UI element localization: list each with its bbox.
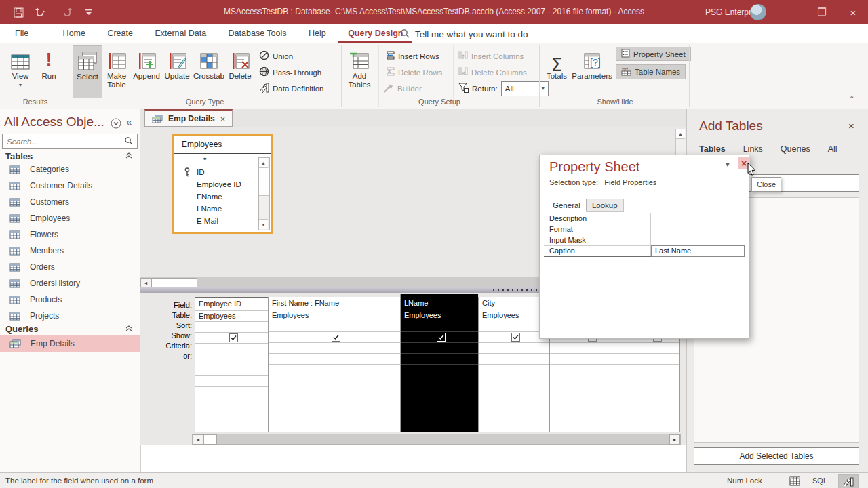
table-names-toggle[interactable]: xyz Table Names [616,64,686,79]
tab-database-tools[interactable]: Database Tools [219,24,296,43]
crosstab-button[interactable]: Crosstab [193,45,225,97]
table-cell[interactable]: Employees [269,310,400,321]
append-button[interactable]: Append [132,45,161,97]
sidebar-item-ordershistory[interactable]: OrdersHistory [0,275,140,291]
sidebar-item-members[interactable]: Members [0,243,140,259]
search-icon[interactable] [124,136,133,148]
avatar[interactable] [750,4,766,20]
criteria-cell[interactable] [479,343,549,354]
tab-all[interactable]: All [828,144,837,158]
tables-group-header[interactable]: Tables [5,151,33,161]
sidebar-item-flowers[interactable]: Flowers [0,226,140,243]
union-button[interactable]: Union [259,49,293,63]
delete-columns-button[interactable]: Delete Columns [458,65,527,79]
nav-search-input[interactable] [3,138,124,146]
field-item-email[interactable]: E Mail [174,215,271,227]
sort-cell[interactable] [269,321,400,332]
field-item-fname[interactable]: FName [174,190,271,203]
add-selected-tables-button[interactable]: Add Selected Tables [694,447,859,465]
sidebar-item-emp-details[interactable]: Emp Details [0,336,140,352]
sidebar-item-products[interactable]: Products [0,291,140,308]
field-item-id[interactable]: ID [174,166,271,178]
property-row-description[interactable]: Description [544,214,745,224]
or-cell[interactable] [269,354,400,365]
caption-value-cell[interactable]: Last Name [651,245,745,257]
pass-through-button[interactable]: Pass-Through [259,65,321,79]
show-checkbox[interactable] [511,333,520,342]
sidebar-item-customers[interactable]: Customers [0,194,140,210]
make-table-button[interactable]: Make Table [103,45,130,97]
close-tab-icon[interactable]: × [220,114,226,124]
shutter-bar-icon[interactable]: « [126,116,132,127]
tab-queries[interactable]: Queries [781,144,810,158]
sort-cell[interactable] [401,321,478,332]
builder-button[interactable]: Builder [384,81,422,96]
tab-help[interactable]: Help [299,24,336,43]
data-definition-button[interactable]: Data Definition [259,81,323,96]
property-row-input-mask[interactable]: Input Mask [544,235,745,246]
sidebar-item-categories[interactable]: Categories [0,161,140,178]
scroll-right-icon[interactable]: ► [669,434,680,445]
field-list-scrollbar[interactable]: ▲ ▼ [258,157,270,230]
delete-rows-button[interactable]: Delete Rows [384,65,442,79]
show-checkbox[interactable] [437,333,446,342]
show-cell[interactable] [401,332,478,343]
nav-search-box[interactable] [2,134,138,149]
scroll-left-icon[interactable]: ◄ [140,278,151,288]
insert-rows-button[interactable]: Insert Rows [384,49,439,63]
field-cell[interactable]: Employee ID [195,298,268,311]
property-sheet-toggle[interactable]: Property Sheet [616,47,691,61]
scroll-down-icon[interactable]: ▼ [259,219,268,229]
scrollbar-thumb[interactable] [203,434,217,445]
return-dropdown[interactable]: All ▾ [501,81,549,96]
property-sheet-dropdown-icon[interactable]: ▼ [724,161,731,168]
show-cell[interactable] [195,333,268,344]
minimize-button[interactable]: — [777,0,807,24]
sidebar-item-orders[interactable]: Orders [0,259,140,275]
or-cell[interactable] [401,354,478,365]
scroll-left-icon[interactable]: ◄ [193,434,203,445]
field-item-star[interactable]: * [174,154,271,166]
show-checkbox[interactable] [332,333,340,342]
tell-me-search[interactable]: Tell me what you want to do [400,24,528,43]
sidebar-item-employees[interactable]: Employees [0,210,140,226]
document-tab-emp-details[interactable]: Emp Details × [144,109,233,127]
queries-group-header[interactable]: Queries [5,324,38,334]
parameters-button[interactable]: [?] Parameters [573,45,611,97]
totals-button[interactable]: Σ Totals [543,45,570,97]
delete-query-button[interactable]: Delete [226,45,254,97]
employees-field-list[interactable]: Employees * ID Employee ID FName LName E… [172,134,273,234]
field-cell[interactable]: LName [401,294,478,310]
run-button[interactable]: ! Run [37,45,61,97]
show-cell[interactable] [269,332,400,343]
datasheet-view-button[interactable] [785,474,804,487]
grid-column-employee-id[interactable]: Employee ID Employees [195,297,268,432]
tab-home[interactable]: Home [54,24,95,43]
grid-column-first-name[interactable]: First Name : FName Employees [268,297,400,432]
table-cell[interactable]: Employees [401,310,478,321]
scrollbar-thumb[interactable] [151,278,197,288]
design-view-button[interactable] [838,474,859,488]
sql-view-button[interactable]: SQL [812,476,827,485]
collapse-queries-icon[interactable] [125,325,132,333]
field-list-title[interactable]: Employees [174,136,271,154]
sidebar-item-customer-details[interactable]: Customer Details [0,178,140,194]
or-cell[interactable] [195,354,268,365]
property-row-caption[interactable]: Caption Last Name [544,246,745,257]
criteria-cell[interactable] [401,343,478,354]
grid-horizontal-scrollbar[interactable]: ◄ ► [192,434,681,445]
add-tables-button[interactable]: Add Tables [344,45,374,97]
view-button[interactable]: View ▾ [7,45,34,97]
nav-dropdown-icon[interactable] [111,118,121,131]
collapse-ribbon-icon[interactable]: ⌃ [849,95,854,102]
field-item-employee-id[interactable]: Employee ID [174,178,271,190]
sort-cell[interactable] [195,322,268,333]
close-button[interactable]: × [838,0,868,24]
maximize-button[interactable]: ❐ [807,0,837,24]
property-row-format[interactable]: Format [544,224,745,235]
sidebar-item-projects[interactable]: Projects [0,308,140,324]
tab-lookup[interactable]: Lookup [587,199,624,212]
select-query-button[interactable]: Select [73,45,102,98]
tab-external-data[interactable]: External Data [145,24,216,43]
show-checkbox[interactable] [229,333,238,342]
